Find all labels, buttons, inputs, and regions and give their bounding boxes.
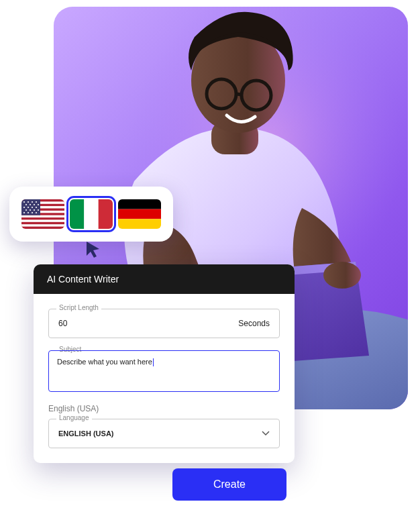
svg-point-6: [323, 262, 361, 289]
svg-rect-35: [70, 199, 84, 229]
svg-point-16: [28, 201, 29, 203]
svg-rect-38: [118, 199, 161, 209]
svg-point-26: [36, 207, 37, 208]
script-length-field[interactable]: Script Length 60 Seconds: [48, 309, 280, 338]
chevron-down-icon: [262, 429, 270, 438]
svg-point-28: [30, 209, 31, 211]
svg-point-27: [25, 209, 27, 211]
svg-point-23: [23, 207, 25, 208]
language-value: ENGLISH (USA): [58, 429, 114, 438]
ai-content-writer-panel: AI Content Writer Script Length 60 Secon…: [34, 264, 295, 463]
create-button-label: Create: [213, 478, 246, 491]
svg-point-31: [23, 212, 25, 213]
svg-line-5: [236, 94, 242, 95]
svg-rect-37: [99, 199, 113, 229]
svg-point-21: [34, 204, 35, 205]
svg-point-20: [30, 204, 31, 205]
cursor-icon: [85, 240, 102, 258]
text-caret: [153, 358, 154, 366]
svg-point-32: [28, 212, 29, 213]
svg-point-25: [32, 207, 33, 208]
language-flag-picker: [9, 187, 173, 242]
svg-point-33: [32, 212, 33, 213]
svg-point-18: [36, 201, 37, 203]
script-length-value: 60: [58, 319, 67, 328]
language-group-label: English (USA): [48, 404, 280, 413]
language-field[interactable]: Language ENGLISH (USA): [48, 419, 280, 448]
svg-rect-36: [84, 199, 98, 229]
svg-rect-12: [21, 219, 64, 221]
svg-point-24: [28, 207, 29, 208]
script-length-unit: Seconds: [238, 319, 270, 328]
svg-point-22: [38, 204, 39, 205]
svg-rect-39: [118, 209, 161, 219]
svg-point-34: [36, 212, 37, 213]
svg-point-30: [38, 209, 39, 211]
flag-it[interactable]: [70, 199, 113, 229]
svg-point-15: [23, 201, 25, 203]
svg-point-29: [34, 209, 35, 211]
svg-rect-11: [21, 215, 64, 217]
flag-us[interactable]: [21, 199, 64, 229]
subject-field[interactable]: Subject Describe what you want here: [48, 350, 280, 392]
panel-title: AI Content Writer: [34, 264, 295, 294]
language-label: Language: [56, 414, 92, 421]
svg-rect-40: [118, 219, 161, 229]
script-length-label: Script Length: [56, 304, 101, 311]
svg-point-19: [25, 204, 27, 205]
svg-point-17: [32, 201, 33, 203]
svg-rect-13: [21, 224, 64, 226]
subject-placeholder: Describe what you want here: [57, 358, 152, 366]
flag-de[interactable]: [118, 199, 161, 229]
create-button[interactable]: Create: [172, 468, 286, 501]
